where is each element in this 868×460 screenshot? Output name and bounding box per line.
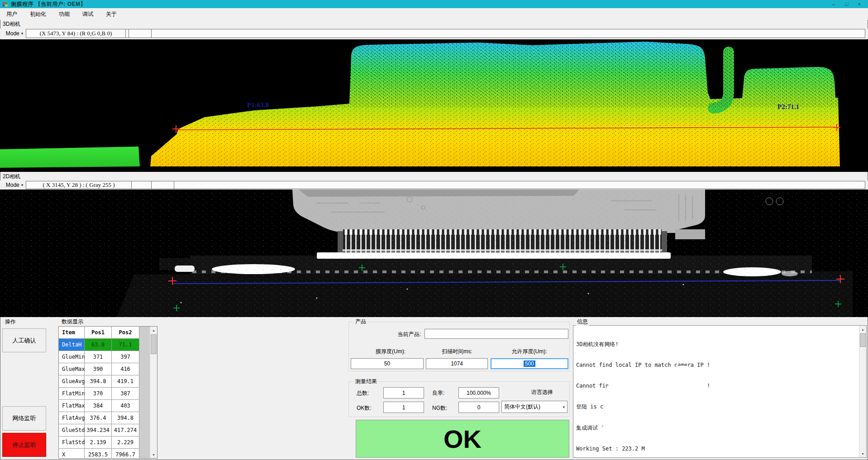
mode-dropdown-2d[interactable]: Mode ▾ [3, 181, 26, 189]
mode-dropdown-3d[interactable]: Mode ▾ [3, 29, 26, 38]
data-group-label: 数据显示 [60, 318, 85, 326]
chevron-down-icon: ▾ [21, 31, 24, 36]
language-label: 语言选择 [516, 389, 568, 396]
row-item: X [59, 449, 85, 459]
table-row[interactable]: DeltaH 63.8 71.1 [59, 339, 157, 351]
ok-count-input[interactable]: 1 [383, 402, 424, 413]
modebar-2d: Mode ▾ ( X 3145, Y 28 ) : ( Gray 255 ) [0, 180, 868, 190]
table-row[interactable]: FlatMax 384 403 [59, 400, 157, 412]
minimize-button[interactable]: – [828, 0, 839, 8]
scrollbar-thumb[interactable] [151, 334, 157, 354]
statusbar-2d: ( X 3145, Y 28 ) : ( Gray 255 ) [26, 181, 865, 189]
log-scrollbar[interactable]: ▲ ▼ [859, 326, 866, 457]
mode-label: Mode [6, 30, 19, 37]
row-pos1: 2583.5 [85, 449, 112, 459]
row-pos1: 384 [85, 400, 112, 412]
manual-confirm-button[interactable]: 人工确认 [2, 328, 46, 352]
row-item: GlueAvg [59, 375, 85, 388]
table-row[interactable]: FlatStd 2.139 2.229 [59, 436, 157, 449]
table-row[interactable]: GlueAvg 394.8 419.1 [59, 375, 157, 388]
row-item: FlatStd [59, 436, 85, 449]
data-table: Item Pos1 Pos2 DeltaH 63.8 71.1 GlueMin … [58, 326, 157, 459]
stop-listen-button[interactable]: 停止监听 [2, 433, 46, 457]
3d-heightmap-image: P1:63.8 P2:71.1 [0, 39, 868, 172]
column-header: Pos2 [112, 327, 139, 339]
scrollbar-thumb[interactable] [860, 333, 866, 347]
table-scrollbar[interactable]: ▲ ▼ [150, 327, 157, 458]
network-listen-button[interactable]: 网络监听 [2, 406, 46, 431]
menu-item-debug[interactable]: 调试 [76, 9, 100, 20]
3d-camera-view[interactable]: P1:63.8 P2:71.1 [0, 39, 868, 172]
table-row[interactable]: X 2583.5 7966.7 [59, 449, 157, 459]
row-pos1: 390 [85, 363, 112, 375]
maximize-button[interactable]: □ [841, 0, 852, 8]
window-title: 测膜程序 【当前用户: OEM】 [11, 0, 86, 8]
film-thickness-label: 膜厚度(Um): [357, 348, 424, 356]
result-group-label: 测量结果 [354, 378, 378, 385]
titlebar: 测膜程序 【当前用户: OEM】 – □ × [0, 0, 868, 8]
info-group-label: 信息 [576, 318, 589, 326]
total-input[interactable]: 1 [383, 387, 424, 398]
row-pos1: 2.139 [85, 436, 112, 449]
ng-count-input[interactable]: 0 [458, 402, 499, 413]
scroll-up-icon[interactable]: ▲ [859, 326, 866, 333]
film-thickness-input[interactable]: 50 [351, 358, 424, 369]
2d-camera-view[interactable] [0, 190, 868, 317]
menu-item-user[interactable]: 用户 [0, 9, 24, 20]
status-text: OK [444, 424, 482, 454]
app-window: 测膜程序 【当前用户: OEM】 – □ × 用户 初始化 功能 调试 关于 3… [0, 0, 868, 460]
row-pos2: 7966.7 [112, 449, 139, 459]
row-pos2: 394.8 [112, 412, 139, 424]
allow-thickness-label: 允许厚度(Um): [490, 348, 568, 356]
row-pos1: 63.8 [85, 339, 112, 351]
row-item: FlatAvg [59, 412, 85, 424]
coordinate-readout-3d: (X 5473, Y 84) : (R 0,G 0,B 0) [26, 29, 126, 38]
allow-thickness-input[interactable]: 500 [491, 358, 568, 369]
scroll-down-icon[interactable]: ▼ [150, 451, 157, 458]
row-item: GlueMin [59, 351, 85, 363]
section-label-3d: 3D相机 [3, 20, 20, 28]
scroll-down-icon[interactable]: ▼ [859, 450, 866, 457]
menu-item-about[interactable]: 关于 [100, 9, 123, 20]
section-label-2d: 2D相机 [3, 173, 20, 180]
row-item: GlueMax [59, 363, 85, 375]
yield-input[interactable]: 100.000% [458, 387, 499, 398]
close-button[interactable]: × [854, 0, 865, 8]
coordinate-readout-2d: ( X 3145, Y 28 ) : ( Gray 255 ) [26, 181, 132, 189]
table-row[interactable]: GlueStd 394.234 417.274 [59, 424, 157, 436]
statusbar-separator [129, 29, 129, 38]
table-header-row: Item Pos1 Pos2 [59, 327, 157, 339]
menubar: 用户 初始化 功能 调试 关于 [0, 8, 868, 20]
product-group-label: 产品 [354, 318, 367, 326]
row-pos2: 2.229 [112, 436, 139, 449]
redaction-smear [429, 330, 455, 337]
scan-time-label: 扫描时间ms: [425, 348, 489, 356]
table-row[interactable]: FlatAvg 376.4 394.8 [59, 412, 157, 424]
language-value: 简体中文(默认) [504, 403, 540, 411]
scroll-up-icon[interactable]: ▲ [150, 327, 157, 334]
row-pos1: 394.234 [85, 424, 112, 436]
row-pos2: 387 [112, 388, 139, 400]
menu-item-function[interactable]: 功能 [52, 9, 76, 20]
row-item: FlatMax [59, 400, 85, 412]
row-item: GlueStd [59, 424, 85, 436]
selected-text: 500 [524, 360, 535, 367]
total-label: 总数: [357, 389, 369, 397]
language-select[interactable]: 简体中文(默认) ▾ [501, 401, 568, 413]
ng-count-label: NG数: [432, 404, 447, 412]
log-line: Cannot find local IP to match camera IP … [576, 362, 858, 369]
table-row[interactable]: FlatMin 370 387 [59, 388, 157, 400]
p2-annotation: P2:71.1 [777, 103, 799, 110]
row-pos1: 394.8 [85, 375, 112, 388]
ok-count-label: OK数: [357, 404, 372, 412]
table-row[interactable]: GlueMin 371 397 [59, 351, 157, 363]
operation-group-label: 操作 [4, 318, 17, 326]
menu-item-init[interactable]: 初始化 [24, 9, 52, 20]
table-row[interactable]: GlueMax 390 416 [59, 363, 157, 375]
p1-annotation: P1:63.8 [247, 101, 269, 109]
chevron-down-icon: ▾ [21, 183, 24, 187]
row-pos1: 370 [85, 388, 112, 400]
row-item: DeltaH [59, 339, 85, 351]
row-pos2: 71.1 [112, 339, 139, 351]
scan-time-input[interactable]: 1074 [426, 358, 488, 369]
